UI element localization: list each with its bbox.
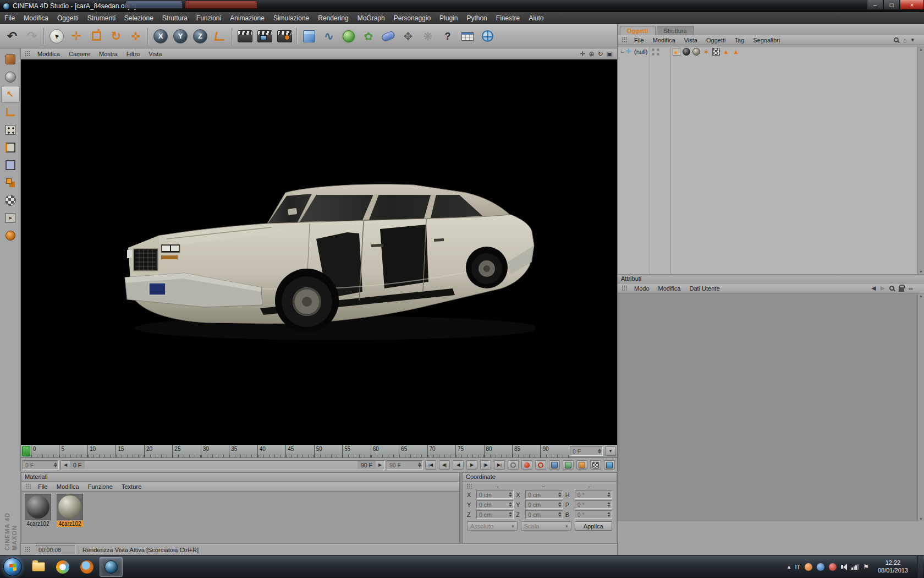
model-mode-button[interactable] bbox=[1, 68, 20, 85]
preview-range-slider[interactable]: ◀ 0 F 90 F ▶ bbox=[61, 460, 385, 470]
material-thumbnail[interactable] bbox=[25, 494, 51, 520]
end-frame-field[interactable]: 90 F bbox=[387, 460, 423, 470]
vp-menu-camere[interactable]: Camere bbox=[65, 50, 94, 58]
last-used-tool-button[interactable]: ✜ bbox=[126, 26, 146, 46]
key-rotation-toggle[interactable] bbox=[576, 460, 587, 470]
taskbar-clock[interactable]: 12:22 08/01/2013 bbox=[873, 559, 912, 575]
drag-handle-icon[interactable] bbox=[25, 483, 31, 489]
add-deformer-button[interactable] bbox=[378, 26, 398, 46]
drag-handle-icon[interactable] bbox=[466, 483, 472, 489]
rotation-h-field[interactable]: 0 ° bbox=[575, 490, 612, 499]
viewport-maximize-icon[interactable]: ▣ bbox=[607, 50, 613, 58]
drag-handle-icon[interactable] bbox=[25, 51, 31, 57]
action-center-flag-icon[interactable]: ⚑ bbox=[863, 563, 869, 571]
taskbar-explorer-icon[interactable] bbox=[27, 557, 50, 577]
menu-mograph[interactable]: MoGraph bbox=[353, 13, 389, 23]
key-scale-toggle[interactable] bbox=[563, 460, 574, 470]
play-button[interactable]: ▶ bbox=[466, 460, 477, 470]
lock-icon[interactable] bbox=[899, 287, 904, 292]
lock-y-axis-button[interactable]: Y bbox=[170, 26, 190, 46]
key-parameter-toggle[interactable] bbox=[590, 460, 601, 470]
drag-handle-icon[interactable] bbox=[622, 285, 628, 291]
object-axis-button[interactable] bbox=[1, 103, 20, 121]
menu-plugin[interactable]: Plugin bbox=[435, 13, 462, 23]
polygons-mode-button[interactable] bbox=[1, 156, 20, 173]
mat-menu-texture[interactable]: Texture bbox=[118, 483, 145, 490]
normal-move-button[interactable]: ➤ bbox=[1, 209, 20, 226]
selection-tag[interactable]: ▲ bbox=[732, 48, 740, 56]
menu-struttura[interactable]: Struttura bbox=[158, 13, 192, 23]
material-item-selected[interactable]: 4carz102 bbox=[56, 494, 84, 527]
lock-x-axis-button[interactable]: X bbox=[151, 26, 170, 46]
selection-tag[interactable]: ▲ bbox=[722, 48, 730, 56]
viewport-canvas[interactable] bbox=[21, 59, 617, 445]
link-icon[interactable]: ∞ bbox=[909, 285, 913, 292]
camera-zoom-icon[interactable]: ⊕ bbox=[589, 50, 595, 58]
prev-frame-button[interactable]: ◀ bbox=[453, 460, 464, 470]
coordinate-system-button[interactable] bbox=[210, 26, 230, 46]
window-layout-button[interactable] bbox=[458, 26, 477, 46]
rotation-b-field[interactable]: 0 ° bbox=[575, 510, 612, 519]
playhead[interactable] bbox=[22, 446, 30, 456]
vp-menu-modifica[interactable]: Modifica bbox=[34, 50, 64, 58]
attr-menu-modo[interactable]: Modo bbox=[630, 285, 653, 292]
move-tool[interactable]: ✛ bbox=[67, 26, 86, 46]
visibility-toggles[interactable] bbox=[652, 48, 660, 56]
mat-menu-modifica[interactable]: Modifica bbox=[53, 483, 83, 490]
prev-key-button[interactable]: ◀| bbox=[439, 460, 450, 470]
object-name[interactable]: (null) bbox=[634, 48, 647, 55]
menu-strumenti[interactable]: Strumenti bbox=[83, 13, 120, 23]
record-button[interactable] bbox=[521, 460, 532, 470]
drag-handle-icon[interactable] bbox=[25, 547, 31, 553]
timeline-options-button[interactable] bbox=[604, 460, 615, 470]
ruler-frame-field[interactable]: 0 F bbox=[570, 446, 603, 456]
tray-app-icon[interactable] bbox=[829, 563, 837, 571]
object-row-null[interactable]: ∟ ✛ (null) ✶ ▲ ▲ bbox=[618, 47, 924, 58]
tray-app-icon[interactable] bbox=[805, 563, 812, 571]
title-bar[interactable]: CINEMA 4D Studio - [carA_84sedan.obj *] … bbox=[0, 0, 924, 12]
edges-mode-button[interactable] bbox=[1, 139, 20, 156]
timeline-ruler[interactable]: 0 5 10 15 20 25 30 35 40 45 50 55 60 65 … bbox=[21, 445, 617, 458]
om-menu-vista[interactable]: Vista bbox=[680, 36, 701, 44]
search-icon[interactable] bbox=[894, 37, 899, 42]
menu-personaggio[interactable]: Personaggio bbox=[389, 13, 435, 23]
ruler-options-button[interactable]: ▾ bbox=[605, 446, 616, 456]
display-tag[interactable] bbox=[673, 48, 680, 56]
minimize-button[interactable]: – bbox=[867, 0, 883, 10]
menu-selezione[interactable]: Selezione bbox=[120, 13, 158, 23]
menu-oggetti[interactable]: Oggetti bbox=[53, 13, 83, 23]
history-back-icon[interactable]: ◀ bbox=[871, 285, 876, 292]
texture-axis-button[interactable] bbox=[1, 192, 20, 209]
om-menu-segnalibri[interactable]: Segnalibri bbox=[749, 36, 784, 44]
vp-menu-vista[interactable]: Vista bbox=[145, 50, 166, 58]
current-frame-field[interactable]: 0 F bbox=[23, 460, 59, 470]
size-x-field[interactable]: 0 cm bbox=[525, 490, 563, 499]
add-generator-button[interactable] bbox=[339, 26, 359, 46]
tray-app-icon[interactable] bbox=[817, 563, 824, 571]
help-tool-button[interactable]: ? bbox=[438, 26, 458, 46]
om-menu-file[interactable]: File bbox=[630, 36, 648, 44]
goto-end-button[interactable]: ▶| bbox=[494, 460, 505, 470]
points-mode-button[interactable] bbox=[1, 121, 20, 138]
start-button[interactable] bbox=[3, 558, 22, 576]
material-item[interactable]: 4carz102 bbox=[24, 494, 52, 527]
close-button[interactable]: × bbox=[900, 0, 924, 10]
keyframe-selection-button[interactable] bbox=[535, 460, 546, 470]
add-simulation-button[interactable]: ❋ bbox=[418, 26, 438, 46]
redo-button[interactable]: ↷ bbox=[22, 26, 42, 46]
menu-funzioni[interactable]: Funzioni bbox=[192, 13, 226, 23]
goto-start-button[interactable]: |◀ bbox=[425, 460, 436, 470]
viewport-solo-button[interactable] bbox=[1, 227, 20, 244]
position-y-field[interactable]: 0 cm bbox=[476, 500, 514, 509]
attributes-scrollbar[interactable]: ▲▼ bbox=[917, 293, 924, 521]
phong-tag[interactable]: ✶ bbox=[702, 48, 710, 56]
material-thumbnail[interactable] bbox=[57, 494, 83, 520]
om-menu-modifica[interactable]: Modifica bbox=[649, 36, 679, 44]
rotate-tool[interactable]: ↻ bbox=[106, 26, 126, 46]
language-indicator[interactable]: IT bbox=[795, 564, 800, 570]
menu-python[interactable]: Python bbox=[462, 13, 491, 23]
online-browser-button[interactable] bbox=[477, 26, 497, 46]
live-selection-tool[interactable]: ➤ bbox=[47, 26, 67, 46]
om-menu-oggetti[interactable]: Oggetti bbox=[702, 36, 729, 44]
menu-animazione[interactable]: Animazione bbox=[226, 13, 269, 23]
